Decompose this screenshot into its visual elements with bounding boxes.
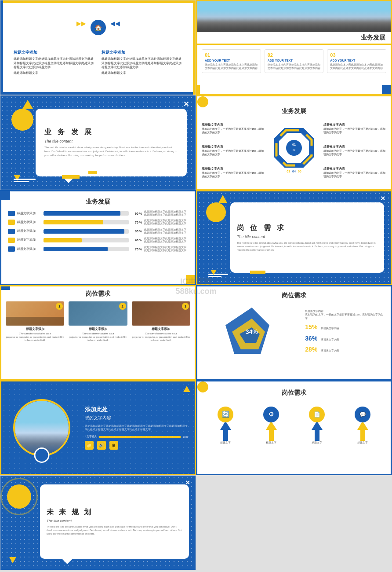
photo-box-3: 3 bbox=[132, 301, 190, 326]
label-right-3-text: 填加说的的文字，一把的文字最好不要超过150，填加说的文字的文字 bbox=[323, 172, 387, 178]
label-right-3-title: 填替换文字内容 bbox=[323, 167, 387, 171]
pct-28-label: 填替换文字内容 bbox=[321, 349, 339, 352]
folder-icon-btn[interactable]: 📁 bbox=[85, 441, 94, 450]
blue-corner bbox=[1, 191, 10, 200]
yellow-dot-corner bbox=[197, 96, 208, 107]
text-block-2-title: 标题文字添加 bbox=[102, 50, 183, 55]
icon-row: 📁 🔊 🖥 bbox=[85, 441, 188, 450]
label-right-2: 填替换文字内容 填加说的的文字，一把的文字最好不要超过150，填加说的文字的文字 bbox=[323, 145, 387, 156]
close-icon[interactable]: ✕ bbox=[380, 195, 385, 202]
photo-subtitle-3: The can demonstrates as a bbox=[145, 332, 177, 335]
wave-line-1 bbox=[14, 179, 36, 180]
progress-label-1: 标题文字添加 bbox=[17, 212, 41, 216]
svg-point-2 bbox=[286, 140, 302, 156]
arrow-svg-4: 💬 bbox=[351, 403, 375, 441]
slide-title: 业务发展 bbox=[202, 107, 386, 115]
progress-row-1: 标题文字添加 90 % 此处添加标题文字此处添加标题文字此处添加标题文字此处添加… bbox=[8, 210, 188, 216]
input-pct: 78% bbox=[183, 436, 188, 438]
screen-icon-btn[interactable]: 🖥 bbox=[109, 441, 118, 450]
yellow-circle bbox=[11, 109, 33, 131]
arrow-svg-2: ⚙ bbox=[259, 403, 283, 441]
progress-text-1: 此处添加标题文字此处添加标题文字此处添加标题文字此处添加标题文字 bbox=[144, 210, 188, 216]
pct-36-label: 填替换文字内容 bbox=[321, 338, 339, 341]
progress-text-4: 此处添加标题文字此处添加标题文字此处添加标题文字此处添加标题文字 bbox=[144, 237, 188, 243]
slide-3: 业 务 发 展 The title content The real life … bbox=[0, 95, 196, 190]
progress-bar-bg-5 bbox=[44, 247, 129, 251]
right-label-3: 28% 填替换文字内容 bbox=[305, 345, 385, 354]
home-icon-circle: 🏠 bbox=[91, 20, 106, 35]
label-left-3: 填替换文字内容 填加说的的文字，一把的文字最好不要超过150，填加说的文字的文字 bbox=[202, 167, 265, 178]
progress-bar-fill-5 bbox=[44, 247, 108, 251]
photo-box-2: 2 bbox=[69, 301, 127, 326]
bottom-border bbox=[0, 92, 196, 95]
close-icon[interactable]: ✕ bbox=[185, 479, 190, 486]
progress-icon-4 bbox=[8, 238, 15, 243]
text-block-2: 标题文字添加 此处添加标题文字此处添加标题文字此处添加标题文字此处添加标题文字此… bbox=[102, 50, 183, 75]
progress-pct-1: 90 % bbox=[131, 212, 142, 215]
svg-text:02: 02 bbox=[293, 149, 296, 151]
text-block-1-body: 此处添加标题文字此处添加标题文字此处添加标题文字此处添加标题文字此处添加标题文字… bbox=[14, 57, 95, 70]
close-icon[interactable]: ✕ bbox=[183, 100, 189, 108]
card-1-text: 此处添加文本内容此处添加文本内容此处添加文本内容此处添加文本内容此处添加文本内容 bbox=[205, 63, 258, 70]
photo-title-2: 标题文字添加 bbox=[89, 327, 107, 331]
pct-15-label: 填替换文字内容 bbox=[321, 327, 339, 330]
yellow-rect-1 bbox=[62, 175, 80, 179]
slide-title: 岗位需求 bbox=[203, 292, 385, 300]
right-text-side: 添加此处 您的文字内容 此处添加标题文字此处添加标题文字此处添加标题文字此处添加… bbox=[83, 381, 195, 474]
slide-9-circle: 添加此处 您的文字内容 此处添加标题文字此处添加标题文字此处添加标题文字此处添加… bbox=[0, 380, 196, 475]
body-text: 此处添加标题文字此处添加标题文字此处添加标题文字此处添加标题文字此处添加标题文字… bbox=[85, 425, 188, 431]
photo-title-3: 标题文字添加 bbox=[152, 327, 170, 331]
slide-2: 业务发展 01 ADD YOUR TEXT 此处添加文本内容此处添加文本内容此处… bbox=[196, 0, 392, 95]
bubble-body-text: The real life is to be careful about wha… bbox=[44, 146, 178, 158]
wave-2 bbox=[208, 276, 221, 277]
photo-subtitle-2: The can demonstrates as a bbox=[82, 332, 114, 335]
input-row: * 文字输入 78% bbox=[85, 435, 188, 439]
circle-photo-container bbox=[13, 399, 70, 456]
photo-subtitle-1: The can demonstrates as a bbox=[19, 332, 51, 335]
text-blocks: 标题文字添加 此处添加标题文字此处添加标题文字此处添加标题文字此处添加标题文字此… bbox=[14, 50, 182, 75]
progress-bar-bg-1 bbox=[44, 211, 129, 216]
wave-line-2 bbox=[14, 181, 29, 182]
sound-icon-btn[interactable]: 🔊 bbox=[97, 441, 106, 450]
slide-title: 业务发展 bbox=[8, 198, 188, 206]
slide-8-chart: 岗位需求 34% 填替换文字内容填加说的的文字，一把的文字最好不要超过150，填… bbox=[196, 285, 392, 380]
blue-corner bbox=[1, 286, 10, 290]
text-block-2-body: 此处添加标题文字此处添加标题文字此处添加标题文字此处添加标题文字此处添加标题文字… bbox=[102, 57, 183, 70]
input-label: * 文字输入 bbox=[85, 435, 97, 439]
label-left-2: 填替换文字内容 填加说的的文字，一把的文字最好不要超过150，填加说的文字的文字 bbox=[202, 145, 265, 156]
progress-pct-3: 95 % bbox=[131, 230, 142, 233]
arrow-label-1: 标题文字 bbox=[220, 441, 231, 445]
right-label-1: 填替换文字内容填加说的的文字，一把的文字最好不要超过150，填加说的文字的文字 bbox=[305, 309, 385, 320]
card-2: 02 ADD YOUR TEXT 此处添加文本内容此处添加文本内容此处添加文本内… bbox=[265, 49, 324, 73]
arrow-label-4: 标题文字 bbox=[357, 441, 368, 445]
photo-text-1: projector or computer, or presentation a… bbox=[6, 336, 64, 342]
blue-corner bbox=[382, 85, 391, 94]
oct-num-04: 04 bbox=[292, 170, 296, 173]
arrow-svg-3: 📄 bbox=[305, 403, 329, 441]
progress-bar-fill-1 bbox=[44, 211, 120, 216]
right-labels: 填替换文字内容填加说的的文字，一把的文字最好不要超过150，填加说的文字的文字 … bbox=[305, 303, 385, 360]
num-badge-3: 3 bbox=[182, 303, 189, 310]
chart-area: 34% 填替换文字内容填加说的的文字，一把的文字最好不要超过150，填加说的文字… bbox=[203, 303, 385, 360]
svg-text:01: 01 bbox=[292, 143, 296, 146]
yellow-rect-2 bbox=[88, 171, 97, 174]
left-photo-side bbox=[1, 381, 83, 474]
pct-28: 28% bbox=[305, 346, 317, 353]
bubble-main-title: 岗 位 需 求 bbox=[237, 224, 377, 233]
progress-bar-fill-4 bbox=[44, 238, 82, 242]
yellow-triangle bbox=[183, 386, 190, 392]
progress-row-5: 标题文字添加 75 % 此处添加标题文字此处添加标题文字此处添加标题文字此处添加… bbox=[8, 246, 188, 252]
progress-icon-3 bbox=[8, 229, 15, 234]
right-label-2: 36% 填替换文字内容 bbox=[305, 334, 385, 343]
photo-title-1: 标题文字添加 bbox=[26, 327, 44, 331]
arrow-label-3: 标题文字 bbox=[312, 441, 322, 445]
yellow-corner bbox=[186, 275, 195, 284]
left-labels: 填替换文字内容 填加说的的文字，一把的文字最好不要超过150，填加说的文字的文字… bbox=[202, 117, 265, 183]
yellow-corner bbox=[197, 85, 200, 94]
yellow-tri-bottom bbox=[211, 270, 217, 275]
slide-title: 业务发展 bbox=[197, 32, 391, 44]
svg-marker-14 bbox=[312, 421, 323, 441]
cards-row: 01 ADD YOUR TEXT 此处添加文本内容此处添加文本内容此处添加文本内… bbox=[197, 47, 391, 75]
photo-text-2: projector or computer, or presentation a… bbox=[69, 336, 127, 342]
progress-pct-2: 70 % bbox=[131, 221, 142, 224]
